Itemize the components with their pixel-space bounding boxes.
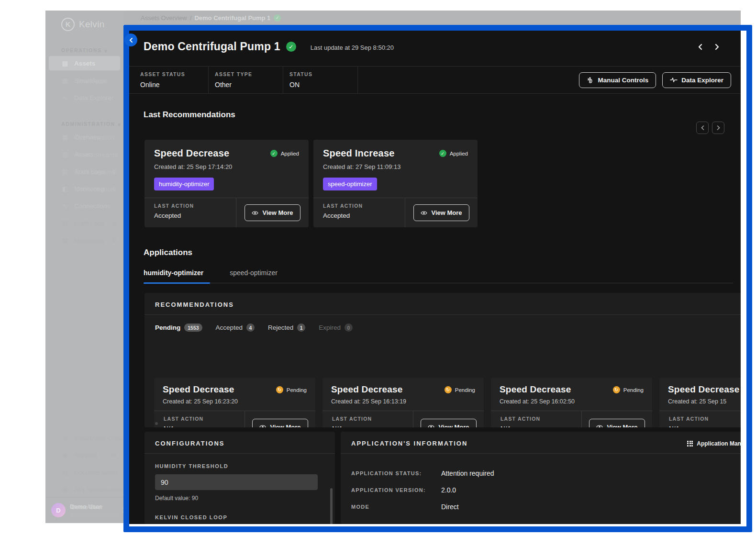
last-action-label: LAST ACTION [332,416,413,422]
vertical-scrollbar[interactable] [330,488,333,524]
horizontal-scroll-indicator[interactable] [155,422,158,425]
sidebar-item-support[interactable]: ◉ Support ⧉ [49,448,120,462]
created-at: Created at: 25 Sep 16:13:19 [331,398,475,405]
default-value-hint: Default value: 90 [155,495,324,502]
status-badge: ↻ Pending [276,386,307,393]
accepted-count-badge: 4 [246,324,255,332]
tab-speed-optimizer[interactable]: speed-optimizer [230,269,278,283]
filter-expired[interactable]: Expired 0 [319,324,353,332]
sidebar-item-monitoring[interactable]: ▦ Monitoring ⧉ [49,233,120,247]
created-at: Created at: 25 Sep 15 [668,398,741,405]
sidebar-item-smartapps[interactable]: ▦ SmartApps SmartApps [49,73,120,88]
last-action-label: LAST ACTION [500,416,581,422]
connections-icon: ∿ [61,202,69,210]
sidebar-item-assets[interactable]: ▤ Assets [49,56,120,70]
sidebar-item-documentation[interactable]: ▤ Documentation ⧉ [49,465,120,480]
applications-heading: Applications [144,248,192,257]
status-badge: ↻ Pending [613,386,644,393]
user-menu[interactable]: D Demo User Demo User demo@kelvininc.com… [45,497,123,523]
created-at: Created at: 25 Sep 17:14:20 [154,163,299,170]
status-badge: ↻ Pending [445,386,475,393]
view-more-button[interactable]: View More [252,419,308,428]
recommendation-card: Speed Decrease ↻ Pending Created at: 25 … [154,378,315,427]
last-action-label: LAST ACTION [164,416,245,422]
sidebar-item-asset-streams[interactable]: ▥ Assets Asset Streams [49,147,120,161]
sidebar-item-orchestration[interactable]: ◧ Monitoring Orchestration ⧉ [49,181,120,196]
recommendations-carousel-nav [696,122,724,134]
status-badge: ✓ Applied [439,150,468,157]
last-action-value: Accepted [323,212,405,219]
filter-pending[interactable]: Pending 1553 [155,324,202,332]
mode-value: Direct [441,503,459,511]
view-more-button[interactable]: View More [413,204,469,221]
created-at: Created at: 27 Sep 11:09:13 [323,163,468,170]
sidebar-item-api-specification[interactable]: ◎ API Specification ⧉ [49,482,120,497]
view-more-button[interactable]: View More [245,204,300,221]
carousel-prev-button[interactable] [696,122,709,134]
data-explorer-button[interactable]: Data Explorer [662,72,731,88]
eye-icon [252,211,258,215]
app-tag[interactable]: humidity-optimizer [154,178,214,190]
external-link-icon: ⧉ [112,186,116,192]
filter-rejected[interactable]: Rejected 1 [268,324,305,332]
humidity-threshold-input[interactable] [155,474,318,490]
asset-status-cell: ASSET STATUS Online [129,67,209,93]
sidebar-item-audit-logs[interactable]: ▤ Audit Logs ⧉ [49,216,120,230]
panel-collapse-button[interactable] [124,34,137,46]
pending-cards-row: Speed Decrease ↻ Pending Created at: 25 … [154,378,741,427]
application-status-value: Attention required [441,469,494,477]
sidebar-section-administration[interactable]: ADMINISTRATION∨ [61,121,123,127]
avatar: D [51,503,66,517]
recommendation-title: Speed Increase [323,148,395,159]
humidity-threshold-label: HUMIDITY THRESHOLD [155,463,324,469]
page-title: Demo Centrifugal Pump 1 [144,40,280,53]
application-management-link[interactable]: Application Management [687,440,741,447]
created-at: Created at: 25 Sep 16:02:50 [500,398,644,405]
sidebar-section-operations[interactable]: OPERATIONS∨ [61,47,123,53]
app-tag[interactable]: speed-optimizer [323,178,377,190]
application-status-row: APPLICATION STATUS: Attention required [351,469,741,477]
last-update: Last update at 29 Sep 8:50:20 [311,44,394,51]
documentation-icon: ▤ [61,469,69,476]
configurations-panel: CONFIGURATIONS HUMIDITY THRESHOLD Defaul… [145,432,335,524]
view-more-button[interactable]: View More [421,419,476,428]
recommendation-card: Speed Decrease ↻ Pending Created at: 25 … [491,378,652,427]
asset-status-bar: ASSET STATUS Online ASSET TYPE Other STA… [129,66,741,94]
sidebar-item-overview[interactable]: ▦ Overview Orchestration [49,130,120,144]
sidebar-item-data-explorer[interactable]: ∿ Data Explorer [49,90,120,105]
carousel-next-button[interactable] [712,122,724,134]
manual-controls-button[interactable]: Manual Controls [579,72,656,88]
chevron-down-icon: ∨ [118,122,122,127]
sidebar-item-data-streams[interactable]: ▤ Audit Logs Data Streams ⧉ [49,164,120,179]
view-more-button[interactable]: View More [589,419,645,428]
filter-accepted[interactable]: Accepted 4 [216,324,255,332]
chevron-down-icon: ∨ [104,48,108,53]
sidebar-item-smartapps-catalog[interactable]: ⚙ SmartApps Catalog™ [49,431,120,445]
application-information-header: APPLICATION'S INFORMATION [351,440,467,447]
recommendation-title: Speed Decrease [154,148,229,159]
last-recommendations-heading: Last Recommendations [144,110,235,120]
last-action-value: N/A [164,425,245,427]
eye-icon [259,424,266,427]
next-asset-button[interactable] [714,44,720,50]
sidebar: K Kelvin OPERATIONS∨ ▤ Assets ▦ SmartApp… [45,11,123,523]
waveform-icon: ∿ [61,94,69,101]
pending-icon: ↻ [613,386,620,393]
recommendation-card: Speed Decrease Created at: 25 Sep 15 LAS… [659,378,741,427]
grid-icon [687,441,693,447]
eye-icon [596,424,603,427]
tab-humidity-optimizer[interactable]: humidity-optimizer [144,269,203,283]
recommendation-title: Speed Decrease [500,384,571,395]
recommendation-filters: Pending 1553 Accepted 4 Rejected 1 Expir… [145,315,741,332]
rejected-count-badge: 1 [297,324,305,332]
status-value: ON [289,81,357,89]
sidebar-item-connections[interactable]: ∿ Connections [49,199,120,213]
last-action-value: N/A [669,425,741,427]
prev-asset-button[interactable] [698,44,703,50]
asset-type-value: Other [215,81,283,89]
breadcrumb-section[interactable]: Assets Overview [141,14,187,22]
applications-tabs: humidity-optimizer speed-optimizer [144,269,733,283]
created-at: Created at: 25 Sep 16:23:20 [163,398,307,405]
application-version-value: 2.0.0 [441,486,456,494]
chip-icon: ⚙ [61,435,69,442]
